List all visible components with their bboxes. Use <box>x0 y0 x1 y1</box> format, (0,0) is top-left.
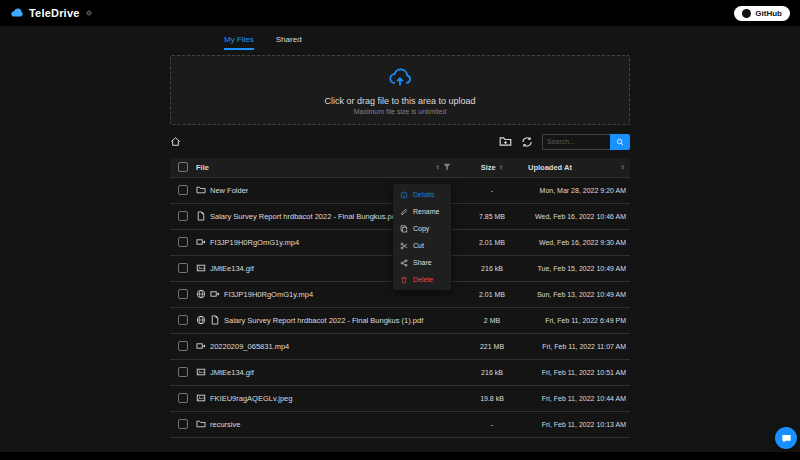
file-name[interactable]: JMtEe134.gif <box>210 264 254 273</box>
file-name[interactable]: 20220209_065831.mp4 <box>210 342 289 351</box>
menu-item-label: Cut <box>413 242 424 249</box>
globe-icon <box>196 315 206 325</box>
row-checkbox[interactable] <box>178 393 188 403</box>
column-header-size: Size <box>481 163 496 172</box>
filter-icon[interactable] <box>443 163 451 171</box>
gear-icon[interactable] <box>85 9 93 17</box>
column-header-file: File <box>196 163 209 172</box>
file-name[interactable]: FI3JP19H0RgOmG1y.mp4 <box>224 290 313 299</box>
image-icon <box>196 263 206 273</box>
new-folder-button[interactable] <box>499 135 512 148</box>
row-checkbox[interactable] <box>178 341 188 351</box>
scissors-icon <box>400 242 408 250</box>
menu-item-delete[interactable]: Delete <box>393 271 451 288</box>
sort-uploaded-icon[interactable]: ▲▼ <box>621 164 625 171</box>
share-icon <box>400 259 408 267</box>
info-circle-icon <box>400 191 408 199</box>
globe-icon <box>196 289 206 299</box>
file-name[interactable]: recursive <box>210 420 240 429</box>
menu-item-rename[interactable]: Rename <box>393 203 451 220</box>
file-uploaded-at: Sun, Feb 13, 2022 10:49 AM <box>528 281 630 307</box>
github-icon <box>742 9 751 18</box>
menu-item-label: Copy <box>413 225 429 232</box>
video-icon <box>210 289 220 299</box>
upload-main-text: Click or drag file to this area to uploa… <box>324 96 475 106</box>
tab-shared[interactable]: Shared <box>276 31 302 50</box>
search-box <box>542 134 630 150</box>
file-uploaded-at: Fri, Feb 11, 2022 10:51 AM <box>528 359 630 385</box>
copy-icon <box>400 225 408 233</box>
row-checkbox[interactable] <box>178 367 188 377</box>
file-uploaded-at: Fri, Feb 11, 2022 10:13 AM <box>528 411 630 437</box>
file-size: 19.8 kB <box>456 385 528 411</box>
file-size: 2.01 MB <box>456 229 528 255</box>
file-size: 221 MB <box>456 333 528 359</box>
file-name[interactable]: New Folder <box>210 186 248 195</box>
folder-icon <box>196 419 206 429</box>
row-checkbox[interactable] <box>178 419 188 429</box>
cloud-logo-icon <box>10 6 24 20</box>
table-row[interactable]: 20220209_065831.mp4 221 MB Fri, Feb 11, … <box>170 333 630 359</box>
app-root: TeleDrive GitHub My Files Shared Click o… <box>0 0 800 460</box>
file-uploaded-at: Fri, Feb 11, 2022 10:44 AM <box>528 385 630 411</box>
table-row[interactable]: recursive - Fri, Feb 11, 2022 10:13 AM <box>170 411 630 437</box>
row-checkbox[interactable] <box>178 315 188 325</box>
search-button[interactable] <box>610 134 630 150</box>
row-checkbox[interactable] <box>178 185 188 195</box>
app-logo[interactable]: TeleDrive <box>10 6 93 20</box>
menu-item-label: Delete <box>413 276 433 283</box>
file-name[interactable]: Salary Survey Report hrdbacot 2022 - Fin… <box>224 316 423 325</box>
row-checkbox[interactable] <box>178 289 188 299</box>
file-icon <box>210 315 220 325</box>
file-size: 216 kB <box>456 255 528 281</box>
video-icon <box>196 237 206 247</box>
github-button[interactable]: GitHub <box>734 6 790 21</box>
row-checkbox[interactable] <box>178 237 188 247</box>
select-all-checkbox[interactable] <box>178 162 188 172</box>
app-title: TeleDrive <box>29 7 80 19</box>
row-checkbox[interactable] <box>178 211 188 221</box>
search-input[interactable] <box>542 134 610 150</box>
file-size: 216 kB <box>456 359 528 385</box>
row-checkbox[interactable] <box>178 263 188 273</box>
file-toolbar <box>170 133 630 150</box>
file-size: 2 MB <box>456 307 528 333</box>
refresh-button[interactable] <box>521 136 533 148</box>
edit-icon <box>400 208 408 216</box>
home-button[interactable] <box>170 136 181 147</box>
file-uploaded-at: Fri, Feb 11, 2022 11:07 AM <box>528 333 630 359</box>
chat-icon <box>781 433 792 444</box>
table-row[interactable]: JMtEe134.gif 216 kB Fri, Feb 11, 2022 10… <box>170 359 630 385</box>
menu-item-label: Rename <box>413 208 439 215</box>
file-name[interactable]: JMtEe134.gif <box>210 368 254 377</box>
file-name[interactable]: Salary Survey Report hrdbacot 2022 - Fin… <box>210 212 398 221</box>
github-label: GitHub <box>755 9 782 18</box>
search-icon <box>616 138 624 146</box>
menu-item-cut[interactable]: Cut <box>393 237 451 254</box>
table-row[interactable]: Salary Survey Report hrdbacot 2022 - Fin… <box>170 307 630 333</box>
column-header-uploaded: Uploaded At <box>528 163 572 172</box>
cloud-upload-icon <box>389 66 411 92</box>
menu-item-details[interactable]: Details <box>393 186 451 203</box>
menu-item-copy[interactable]: Copy <box>393 220 451 237</box>
file-name[interactable]: FI3JP19H0RgOmG1y.mp4 <box>210 238 299 247</box>
context-menu: Details Rename Copy Cut Share Delete <box>393 184 451 290</box>
chat-fab-button[interactable] <box>775 427 797 449</box>
folder-icon <box>196 185 206 195</box>
file-size: - <box>456 177 528 203</box>
file-name[interactable]: FKIEU9ragAQEGLv.jpeg <box>210 394 292 403</box>
file-size: - <box>456 411 528 437</box>
upload-dropzone[interactable]: Click or drag file to this area to uploa… <box>170 55 630 125</box>
sort-file-icon[interactable]: ▲▼ <box>436 164 440 171</box>
file-size: 2.01 MB <box>456 281 528 307</box>
table-header-row: File ▲▼ Size ▲▼ <box>170 158 630 177</box>
tab-my-files[interactable]: My Files <box>224 31 254 50</box>
menu-item-share[interactable]: Share <box>393 254 451 271</box>
tab-bar: My Files Shared <box>170 26 630 50</box>
image-icon <box>196 367 206 377</box>
table-row[interactable]: FKIEU9ragAQEGLv.jpeg 19.8 kB Fri, Feb 11… <box>170 385 630 411</box>
sort-size-icon[interactable]: ▲▼ <box>499 164 503 171</box>
top-bar: TeleDrive GitHub <box>0 0 800 26</box>
trash-icon <box>400 276 408 284</box>
file-size: 7.85 MB <box>456 203 528 229</box>
